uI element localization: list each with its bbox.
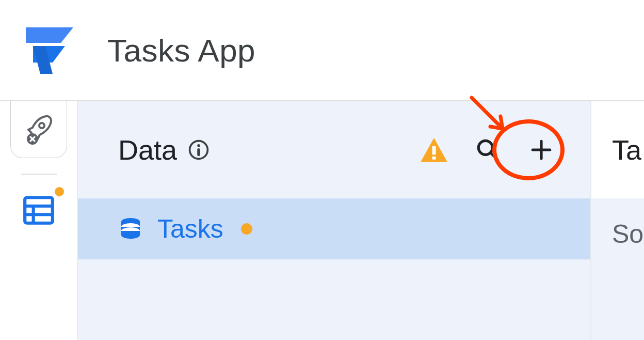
database-icon [118,217,143,241]
svg-rect-13 [197,148,200,156]
svg-rect-15 [432,157,436,160]
table-row[interactable]: Tasks [78,198,590,259]
detail-panel: Ta So [590,101,644,340]
svg-marker-0 [26,27,73,43]
deploy-button[interactable] [10,101,67,158]
rocket-icon [22,113,55,146]
data-warning-indicator[interactable] [416,132,452,168]
app-title: Tasks App [107,32,255,69]
warning-icon [420,135,448,164]
database-icon [22,193,56,227]
data-panel-title: Data [118,134,210,166]
table-name: Tasks [157,214,223,244]
info-icon[interactable] [187,138,210,161]
status-dot-icon [241,223,252,235]
editor-body: Data [0,101,644,340]
search-icon [475,137,501,163]
data-panel: Data [77,101,590,340]
svg-line-17 [491,153,497,160]
svg-rect-7 [25,197,53,223]
data-panel-header: Data [78,101,590,198]
detail-panel-header: Ta [591,101,644,198]
detail-panel-title: Ta [612,134,641,166]
data-header-actions [416,132,559,168]
svg-point-12 [197,144,200,147]
search-tables-button[interactable] [470,132,506,168]
app-header: Tasks App [0,0,644,101]
data-heading-text: Data [118,134,177,166]
svg-line-20 [472,98,501,127]
add-table-button[interactable] [523,132,559,168]
detail-panel-body: So [591,198,644,340]
rail-data-tab[interactable] [19,190,59,230]
appsheet-logo-icon [18,23,82,77]
attention-dot-icon [55,187,64,196]
left-rail [0,101,77,340]
svg-rect-14 [432,146,436,154]
detail-source-label: So [612,219,643,249]
rail-divider [21,174,57,175]
plus-icon [528,137,554,163]
svg-point-3 [39,123,44,128]
